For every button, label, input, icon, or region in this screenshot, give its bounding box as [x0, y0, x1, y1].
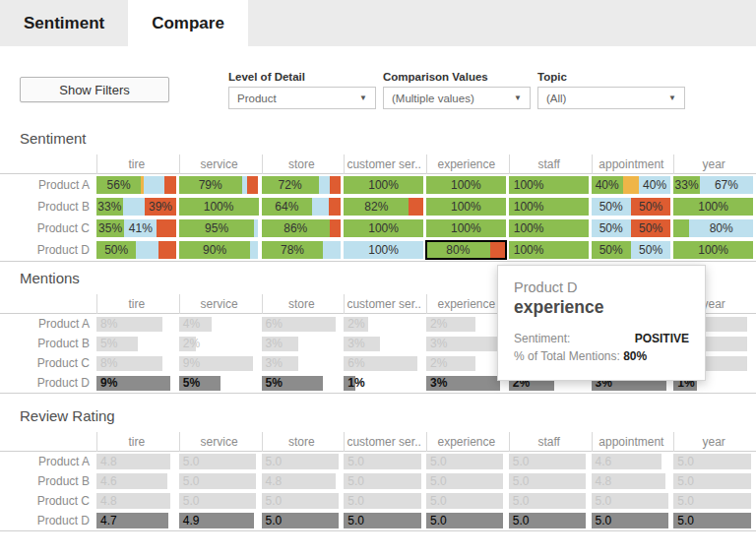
- sentiment-cell[interactable]: 100%: [509, 241, 592, 259]
- sentiment-bar[interactable]: 50%50%: [592, 241, 671, 259]
- review-cell[interactable]: 4.7: [96, 513, 179, 528]
- sentiment-segment[interactable]: 41%: [124, 219, 157, 237]
- sentiment-bar[interactable]: 80%: [673, 219, 753, 237]
- sentiment-cell[interactable]: 56%: [96, 176, 179, 194]
- sentiment-segment[interactable]: 35%: [96, 219, 124, 237]
- sentiment-bar[interactable]: 100%: [426, 176, 506, 194]
- sentiment-segment[interactable]: [158, 241, 176, 259]
- sentiment-segment[interactable]: 100%: [509, 241, 589, 259]
- mentions-cell[interactable]: 5%: [179, 376, 262, 391]
- sentiment-segment[interactable]: [319, 176, 330, 194]
- sentiment-bar[interactable]: 100%: [426, 198, 506, 216]
- review-cell[interactable]: 5.0: [179, 473, 262, 489]
- mentions-cell[interactable]: 6%: [344, 356, 426, 371]
- sentiment-cell[interactable]: 100%: [509, 198, 592, 216]
- sentiment-cell[interactable]: 79%: [179, 176, 262, 194]
- sentiment-segment[interactable]: 100%: [179, 198, 259, 216]
- sentiment-cell[interactable]: 64%: [262, 198, 345, 216]
- sentiment-segment[interactable]: 80%: [689, 219, 753, 237]
- sentiment-bar[interactable]: 82%: [344, 198, 423, 216]
- review-cell[interactable]: 5.0: [509, 454, 592, 469]
- sentiment-segment[interactable]: 82%: [344, 198, 409, 216]
- sentiment-segment[interactable]: [312, 198, 329, 216]
- sentiment-segment[interactable]: 50%: [592, 198, 631, 216]
- sentiment-segment[interactable]: [144, 176, 163, 194]
- topic-select[interactable]: (All) ▼: [537, 87, 685, 109]
- mentions-cell[interactable]: 2%: [344, 317, 426, 332]
- sentiment-segment[interactable]: 100%: [673, 198, 753, 216]
- sentiment-bar[interactable]: 79%: [179, 176, 259, 194]
- review-cell[interactable]: 4.6: [96, 473, 179, 489]
- sentiment-cell[interactable]: 86%: [262, 219, 345, 237]
- sentiment-cell[interactable]: 100%: [673, 198, 756, 216]
- sentiment-cell[interactable]: 100%: [344, 219, 426, 237]
- review-cell[interactable]: 5.0: [673, 513, 756, 528]
- sentiment-segment[interactable]: 80%: [426, 241, 490, 259]
- sentiment-segment[interactable]: 33%: [673, 176, 700, 194]
- sentiment-cell[interactable]: 100%: [673, 241, 756, 259]
- sentiment-segment[interactable]: 100%: [426, 219, 506, 237]
- review-cell[interactable]: 5.0: [344, 454, 426, 469]
- sentiment-segment[interactable]: [329, 198, 341, 216]
- sentiment-segment[interactable]: [673, 219, 689, 237]
- review-cell[interactable]: 4.8: [592, 473, 674, 489]
- sentiment-segment[interactable]: 100%: [426, 176, 506, 194]
- sentiment-segment[interactable]: [623, 176, 639, 194]
- sentiment-segment[interactable]: 78%: [262, 241, 324, 259]
- sentiment-bar[interactable]: 35%41%: [96, 219, 176, 237]
- sentiment-bar[interactable]: 90%: [179, 241, 259, 259]
- mentions-cell[interactable]: 1%: [344, 376, 426, 391]
- sentiment-segment[interactable]: 100%: [673, 241, 753, 259]
- sentiment-cell[interactable]: 90%: [179, 241, 262, 259]
- tab-sentiment[interactable]: Sentiment: [0, 0, 128, 46]
- sentiment-segment[interactable]: 56%: [96, 176, 141, 194]
- review-cell[interactable]: 5.0: [344, 493, 426, 509]
- tab-compare[interactable]: Compare: [128, 0, 248, 46]
- review-cell[interactable]: 5.0: [592, 493, 674, 509]
- sentiment-segment[interactable]: [136, 241, 158, 259]
- sentiment-segment[interactable]: 79%: [179, 176, 242, 194]
- sentiment-bar[interactable]: 100%: [426, 219, 506, 237]
- sentiment-segment[interactable]: 90%: [179, 241, 251, 259]
- sentiment-bar[interactable]: 33%67%: [673, 176, 753, 194]
- sentiment-cell[interactable]: 78%: [262, 241, 345, 259]
- sentiment-cell[interactable]: 82%: [344, 198, 426, 216]
- sentiment-segment[interactable]: 100%: [426, 198, 506, 216]
- sentiment-bar[interactable]: 64%: [262, 198, 342, 216]
- mentions-cell[interactable]: 8%: [96, 356, 179, 371]
- sentiment-bar[interactable]: 100%: [344, 241, 423, 259]
- sentiment-segment[interactable]: 64%: [262, 198, 313, 216]
- sentiment-cell[interactable]: 33%39%: [96, 198, 179, 216]
- mentions-cell[interactable]: 6%: [262, 317, 345, 332]
- review-cell[interactable]: 5.0: [179, 493, 262, 509]
- review-cell[interactable]: 5.0: [426, 454, 509, 469]
- review-cell[interactable]: 5.0: [673, 473, 756, 489]
- sentiment-segment[interactable]: 67%: [700, 176, 753, 194]
- review-cell[interactable]: 5.0: [179, 454, 262, 469]
- review-cell[interactable]: 5.0: [509, 513, 592, 528]
- sentiment-segment[interactable]: 50%: [631, 241, 670, 259]
- sentiment-cell[interactable]: 100%: [179, 198, 262, 216]
- review-cell[interactable]: 5.0: [509, 473, 592, 489]
- review-cell[interactable]: 5.0: [344, 513, 426, 528]
- review-cell[interactable]: 4.8: [262, 473, 345, 489]
- sentiment-cell[interactable]: 50%: [96, 241, 179, 259]
- sentiment-bar[interactable]: 56%: [96, 176, 176, 194]
- review-cell[interactable]: 5.0: [262, 454, 345, 469]
- sentiment-bar[interactable]: 78%: [262, 241, 342, 259]
- sentiment-segment[interactable]: [254, 219, 258, 237]
- sentiment-segment[interactable]: [250, 241, 258, 259]
- show-filters-button[interactable]: Show Filters: [20, 77, 169, 102]
- mentions-cell[interactable]: 9%: [179, 356, 262, 371]
- review-cell[interactable]: 5.0: [426, 493, 509, 509]
- sentiment-segment[interactable]: 86%: [262, 219, 330, 237]
- sentiment-segment[interactable]: [330, 219, 341, 237]
- sentiment-cell[interactable]: 35%41%: [96, 219, 179, 237]
- sentiment-cell[interactable]: 80%: [673, 219, 756, 237]
- review-cell[interactable]: 5.0: [673, 454, 756, 469]
- sentiment-bar[interactable]: 100%: [673, 241, 753, 259]
- sentiment-bar[interactable]: 86%: [262, 219, 342, 237]
- sentiment-bar[interactable]: 100%: [344, 219, 423, 237]
- mentions-cell[interactable]: 8%: [96, 317, 179, 332]
- comparison-values-select[interactable]: (Multiple values) ▼: [383, 87, 531, 109]
